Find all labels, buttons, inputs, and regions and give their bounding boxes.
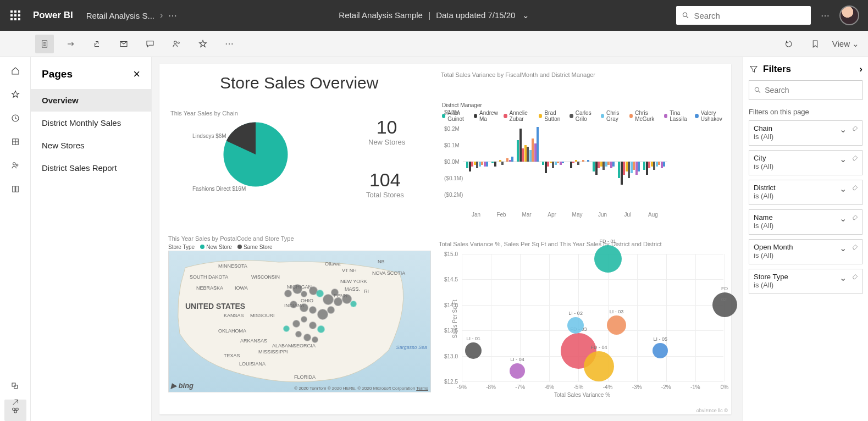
pie-label-fashions: Fashions Direct $16M [192, 186, 246, 192]
reset-icon[interactable] [779, 35, 798, 53]
map-legend: Store Type New Store Same Store [168, 244, 273, 250]
filter-icon [749, 64, 759, 74]
top-header: Power BI Retail Analysis S... › ⋯ Retail… [0, 0, 868, 31]
svg-rect-6 [10, 18, 13, 20]
card-new-stores[interactable]: 10 New Stores [368, 117, 405, 146]
breadcrumb-more-icon[interactable]: ⋯ [168, 10, 177, 21]
chevron-down-icon[interactable]: ⌄ [839, 184, 847, 194]
filters-search-input[interactable] [765, 86, 858, 95]
card-new-stores-label: New Stores [368, 138, 405, 146]
pie-chart[interactable] [220, 119, 291, 190]
global-search[interactable] [676, 6, 811, 25]
chevron-down-icon[interactable]: ⌄ [839, 273, 847, 283]
map-legend-title: Store Type [168, 244, 195, 250]
filters-search[interactable] [749, 80, 863, 100]
breadcrumb-workspace[interactable]: Retail Analysis S... [86, 11, 154, 20]
app-launcher-icon[interactable] [4, 4, 26, 26]
svg-point-20 [13, 163, 15, 165]
nav-expand-icon[interactable] [4, 391, 26, 413]
page-tab-district-sales[interactable]: District Sales Report [31, 157, 151, 179]
svg-rect-23 [14, 385, 17, 389]
report-page: Store Sales Overview This Year Sales by … [159, 64, 731, 414]
filter-card-city[interactable]: City is (All) ⌄ [749, 150, 863, 175]
bookmark-icon[interactable] [806, 35, 825, 53]
pie-label-lindseys: Lindseys $6M [192, 133, 226, 139]
card-total-stores[interactable]: 104 Total Stores [366, 169, 404, 199]
filters-title: Filters [763, 64, 791, 75]
eraser-icon[interactable] [851, 124, 859, 132]
page-tab-new-stores[interactable]: New Stores [31, 134, 151, 157]
nav-favorites-icon[interactable] [4, 84, 26, 105]
filter-card-open-month[interactable]: Open Month is (All) ⌄ [749, 239, 863, 264]
brand-label[interactable]: Power BI [33, 10, 73, 21]
global-search-input[interactable] [694, 11, 805, 20]
svg-line-10 [687, 16, 688, 18]
teams-icon[interactable] [167, 35, 186, 53]
report-title-dropdown[interactable]: Retail Analysis Sample | Data updated 7/… [339, 10, 529, 20]
export-icon[interactable] [62, 35, 80, 53]
nav-shared-icon[interactable] [4, 155, 26, 176]
bubble-chart[interactable]: Sales Per Sq Ft Total Sales Variance % $… [439, 246, 726, 397]
filter-card-district[interactable]: District is (All) ⌄ [749, 180, 863, 205]
filter-card-store-type[interactable]: Store Type is (All) ⌄ [749, 269, 863, 294]
chevron-down-icon[interactable]: ⌄ [839, 213, 847, 224]
bar-chart-title: Total Sales Variance by FiscalMonth and … [441, 71, 595, 78]
filter-card-name[interactable]: Name is (All) ⌄ [749, 209, 863, 235]
report-canvas: Store Sales Overview This Year Sales by … [152, 57, 743, 421]
center-subtitle-text: Data updated 7/15/20 [436, 10, 515, 20]
nav-recent-icon[interactable] [4, 107, 26, 129]
filter-card-chain[interactable]: Chain is (All) ⌄ [749, 120, 863, 146]
eraser-icon[interactable] [851, 154, 859, 162]
view-dropdown[interactable]: View⌄ [832, 39, 859, 49]
bing-logo: ▶ bing [171, 381, 193, 390]
header-more-icon[interactable]: ⋯ [821, 10, 830, 21]
map-title: This Year Sales by PostalCode and Store … [168, 235, 294, 242]
filters-section-label: Filters on this page [749, 108, 863, 116]
map-legend-same: Same Store [244, 244, 273, 250]
chevron-right-icon: › [160, 10, 163, 20]
nav-rail [0, 31, 31, 421]
chevron-down-icon[interactable]: ⌄ [839, 124, 847, 135]
pie-chart-title: This Year Sales by Chain [170, 110, 238, 117]
view-label: View [832, 39, 850, 48]
svg-rect-4 [14, 14, 16, 16]
map-visual[interactable]: MINNESOTA SOUTH DAKOTA WISCONSIN MICHIGA… [168, 251, 431, 392]
collapse-icon[interactable]: › [859, 64, 863, 75]
pages-title: Pages [42, 68, 73, 80]
svg-rect-2 [18, 10, 20, 13]
card-new-stores-value: 10 [368, 117, 405, 138]
file-menu-icon[interactable] [35, 35, 54, 53]
bar-chart[interactable]: $0.3M $0.2M $0.1M $0.0M ($0.1M) ($0.2M) … [442, 102, 728, 218]
nav-learn-icon[interactable] [4, 179, 26, 200]
svg-rect-3 [10, 14, 13, 16]
share-icon[interactable] [88, 35, 107, 53]
svg-point-21 [16, 164, 18, 166]
card-total-stores-label: Total Stores [366, 191, 404, 199]
more-actions-icon[interactable]: ⋯ [220, 35, 239, 53]
favorite-icon[interactable] [193, 35, 212, 53]
svg-rect-7 [14, 18, 16, 20]
svg-rect-5 [18, 14, 20, 16]
center-title-text: Retail Analysis Sample [339, 10, 423, 20]
eraser-icon[interactable] [851, 213, 859, 221]
svg-rect-8 [18, 18, 20, 20]
pages-pane: Pages × Overview District Monthly Sales … [31, 57, 152, 421]
nav-create-icon[interactable] [4, 131, 26, 152]
bubble-x-axis: Total Sales Variance % [554, 392, 610, 398]
page-tab-district-monthly[interactable]: District Monthly Sales [31, 112, 151, 134]
eraser-icon[interactable] [851, 243, 859, 251]
svg-line-16 [15, 118, 16, 119]
chevron-down-icon: ⌄ [522, 10, 529, 20]
page-tab-overview[interactable]: Overview [31, 89, 151, 112]
subscribe-icon[interactable] [114, 35, 133, 53]
chevron-down-icon[interactable]: ⌄ [839, 243, 847, 253]
user-avatar[interactable] [839, 5, 859, 25]
chevron-down-icon[interactable]: ⌄ [839, 154, 847, 164]
nav-home-icon[interactable] [4, 60, 26, 81]
comment-icon[interactable] [141, 35, 159, 53]
pages-header: Pages × [31, 64, 151, 89]
page-title: Store Sales Overview [220, 74, 378, 92]
eraser-icon[interactable] [851, 184, 859, 191]
eraser-icon[interactable] [851, 273, 859, 280]
close-icon[interactable]: × [133, 67, 140, 81]
